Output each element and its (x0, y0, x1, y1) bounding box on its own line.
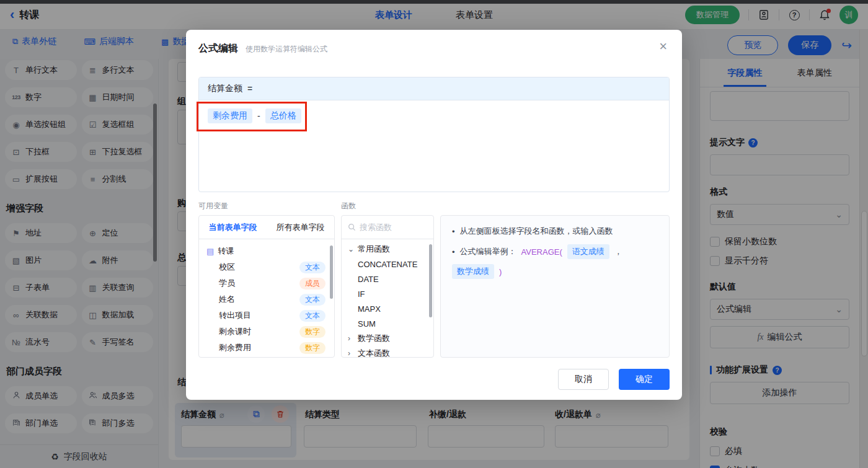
group-label: 常用函数 (358, 244, 390, 255)
document-icon: ▤ (206, 247, 214, 256)
tab-all-form-fields[interactable]: 所有表单字段 (267, 222, 334, 233)
formula-editor-area[interactable]: 结算金额 = 剩余费用 - 总价格 (198, 77, 670, 192)
example-field-chip: 语文成绩 (567, 244, 609, 259)
group-label: 文本函数 (358, 348, 390, 358)
tab-current-form-fields[interactable]: 当前表单字段 (199, 222, 267, 233)
variable-type-badge: 文本 (299, 262, 326, 273)
variable-row[interactable]: 姓名文本 (199, 291, 334, 307)
variable-type-badge: 文本 (299, 310, 326, 322)
close-icon[interactable]: × (659, 40, 667, 53)
chevron-right-icon: › (348, 349, 354, 358)
formula-token-right[interactable]: 总价格 (265, 108, 301, 123)
function-group-text[interactable]: › 文本函数 (342, 346, 433, 358)
variables-scrollbar[interactable] (330, 245, 333, 299)
variable-row[interactable]: 剩余费用数字 (199, 340, 334, 356)
variable-name: 转出项目 (219, 310, 251, 321)
variable-row[interactable]: 校区文本 (199, 259, 334, 275)
variable-type-badge: 文本 (299, 294, 326, 306)
formula-expression[interactable]: 剩余费用 - 总价格 (199, 100, 669, 131)
form-tree-root[interactable]: ▤ 转课 (199, 243, 334, 259)
example-field-chip: 数学成绩 (452, 264, 494, 279)
functions-panel: ⌄ 常用函数 CONCATENATE DATE IF MAPX SUM › 数学… (341, 215, 434, 358)
variable-name: 学员 (219, 278, 235, 289)
formula-token-left[interactable]: 剩余费用 (208, 108, 252, 123)
variable-type-badge: 成员 (299, 278, 326, 289)
example-function-close: ) (499, 267, 502, 276)
function-search-input[interactable] (360, 223, 422, 232)
example-function-open: AVERAGE( (521, 247, 562, 257)
functions-scrollbar[interactable] (429, 244, 432, 317)
confirm-button[interactable]: 确定 (619, 369, 670, 390)
cancel-button[interactable]: 取消 (558, 369, 609, 390)
bullet: • (452, 227, 455, 236)
equals-sign: = (247, 84, 252, 94)
formula-editor-modal: 公式编辑 使用数学运算符编辑公式 × 结算金额 = 剩余费用 - 总价格 可用变… (186, 30, 682, 400)
variable-type-badge: 数字 (299, 326, 326, 338)
function-group-math[interactable]: › 数学函数 (342, 331, 433, 346)
formula-target-row: 结算金额 = (199, 77, 669, 100)
variables-panel: 当前表单字段 所有表单字段 ▤ 转课 校区文本 学员成员 姓名文本 转出项目文本… (198, 215, 335, 358)
function-item[interactable]: MAPX (342, 301, 433, 316)
function-item[interactable]: CONCATENATE (342, 257, 433, 272)
modal-title: 公式编辑 (198, 42, 238, 55)
variable-name: 剩余费用 (219, 342, 251, 353)
function-item[interactable]: DATE (342, 272, 433, 286)
modal-subtitle: 使用数学运算符编辑公式 (246, 44, 327, 55)
minus-operator: - (257, 111, 260, 121)
variable-name: 姓名 (219, 294, 235, 305)
example-comma: ， (614, 246, 622, 257)
formula-target-field: 结算金额 (208, 83, 242, 94)
variable-name: 校区 (219, 262, 235, 273)
variable-row[interactable]: 学员成员 (199, 275, 334, 291)
chevron-down-icon: ⌄ (348, 245, 354, 254)
formula-help-panel: • 从左侧面板选择字段名和函数，或输入函数 • 公式编辑举例： AVERAGE(… (440, 215, 670, 358)
variables-label: 可用变量 (198, 201, 341, 211)
chevron-right-icon: › (348, 334, 354, 343)
functions-label: 函数 (341, 201, 356, 211)
bullet: • (452, 247, 455, 257)
help-text: 从左侧面板选择字段名和函数，或输入函数 (460, 226, 613, 237)
variable-row[interactable]: 剩余课时数字 (199, 324, 334, 340)
function-search[interactable] (342, 216, 433, 239)
search-icon (348, 223, 356, 231)
function-item[interactable]: IF (342, 286, 433, 301)
variable-type-badge: 数字 (299, 342, 326, 354)
group-label: 数学函数 (358, 333, 390, 344)
variable-row[interactable]: 转出项目文本 (199, 307, 334, 324)
function-item[interactable]: SUM (342, 316, 433, 331)
form-name: 转课 (218, 245, 234, 257)
function-group-common[interactable]: ⌄ 常用函数 (342, 242, 433, 257)
variable-name: 剩余课时 (219, 326, 251, 337)
help-example-prefix: 公式编辑举例： (460, 246, 516, 257)
